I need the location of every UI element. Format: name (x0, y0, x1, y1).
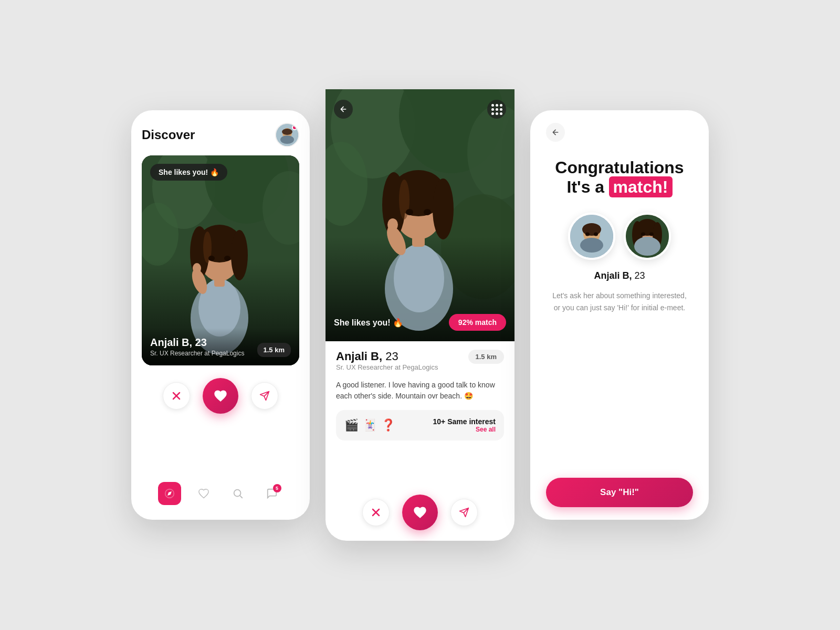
discover-topbar: Discover (142, 123, 299, 147)
back-button[interactable] (334, 100, 353, 119)
she-likes-text: She likes you! 🔥 (159, 168, 219, 176)
distance-badge-2: 1.5 km (468, 350, 504, 364)
heart-icon-2 (413, 505, 427, 520)
match-badge: 92% match (449, 314, 506, 331)
match-word: match! (609, 176, 673, 197)
interests-right: 10+ Same interest See all (433, 417, 496, 433)
profile-detail-content: Anjali B, 23 Sr. UX Researcher at PegaLo… (326, 341, 514, 489)
svg-point-40 (433, 178, 454, 239)
profile-name-section: Anjali B, 23 Sr. UX Researcher at PegaLo… (336, 350, 438, 377)
nav-compass[interactable] (158, 482, 181, 505)
say-hi-button[interactable]: Say "Hi!" (546, 478, 693, 507)
card-info-overlay: Anjali B, 23 Sr. UX Researcher at PegaLo… (142, 328, 299, 365)
grid-icon (491, 104, 502, 115)
back-arrow-icon-3 (551, 128, 560, 136)
send-button[interactable] (251, 382, 278, 410)
send-icon-2 (459, 507, 469, 518)
svg-point-53 (594, 233, 598, 236)
action-buttons (142, 378, 299, 414)
nav-search[interactable] (226, 482, 249, 505)
match-avatars (546, 213, 693, 260)
profile-photo-large (326, 89, 514, 341)
svg-point-42 (406, 209, 413, 215)
nav-heart[interactable] (192, 482, 215, 505)
interest-icon-3: ❓ (381, 418, 395, 432)
interest-icon-1: 🎬 (344, 418, 359, 432)
interests-icons: 🎬 🃏 ❓ (344, 418, 395, 432)
like-button[interactable] (203, 378, 238, 414)
profile-job-2: Sr. UX Researcher at PegaLogics (336, 363, 438, 371)
she-likes-badge: She likes you! 🔥 (150, 164, 227, 181)
like-button-2[interactable] (402, 495, 438, 530)
heart-nav-icon (198, 488, 209, 499)
chat-badge: 5 (273, 484, 281, 492)
nav-chat[interactable]: 5 (260, 482, 284, 505)
notification-dot (292, 125, 297, 130)
profile-detail-header: Anjali B, 23 Sr. UX Researcher at PegaLo… (336, 350, 504, 377)
match-person-name: Anjali B, 23 (546, 270, 693, 281)
svg-point-19 (224, 256, 230, 261)
see-all-link[interactable]: See all (433, 426, 496, 433)
user-avatar[interactable] (275, 123, 299, 147)
svg-point-51 (580, 238, 603, 253)
svg-point-16 (231, 230, 248, 280)
back-button-3[interactable] (546, 123, 565, 142)
interests-count: 10+ Same interest (433, 417, 496, 426)
svg-point-52 (585, 233, 590, 236)
phone2-action-buttons (326, 489, 514, 530)
dislike-button[interactable] (163, 382, 190, 410)
heart-icon (213, 388, 228, 403)
svg-point-2 (282, 129, 292, 135)
her-avatar-image (626, 215, 669, 258)
svg-point-3 (280, 135, 294, 144)
svg-line-26 (240, 496, 242, 498)
she-likes-text-2: She likes you! 🔥 (334, 318, 403, 328)
search-icon (232, 488, 244, 499)
distance-badge: 1.5 km (257, 343, 291, 357)
grid-button[interactable] (487, 100, 506, 119)
svg-point-18 (208, 256, 215, 261)
send-icon (259, 391, 270, 401)
him-avatar-image (570, 215, 613, 258)
bottom-nav: 5 (142, 476, 299, 511)
match-avatar-her (624, 213, 671, 260)
match-avatar-him (568, 213, 615, 260)
dislike-button-2[interactable] (362, 499, 390, 526)
svg-point-50 (582, 223, 601, 236)
profile-name-large: Anjali B, 23 (336, 350, 438, 363)
phone-detail: She likes you! 🔥 92% match (326, 89, 514, 541)
send-button-2[interactable] (450, 499, 478, 526)
its-a-text: It's a (567, 177, 605, 196)
profile-info: Anjali B, 23 Sr. UX Researcher at PegaLo… (150, 337, 244, 357)
profile-photo-large-svg (326, 89, 514, 341)
profile-card-large: She likes you! 🔥 92% match (326, 89, 514, 341)
discover-title: Discover (142, 128, 195, 142)
profile-bio: A good listener. I love having a good ta… (336, 380, 504, 402)
match-congrats: Congratulations It's a match! (546, 158, 693, 197)
svg-point-21 (193, 263, 201, 274)
compass-icon (164, 488, 175, 499)
x-icon-2 (371, 507, 381, 518)
phone-discover: Discover (131, 110, 310, 520)
congrats-title: Congratulations (546, 158, 693, 177)
svg-point-60 (641, 233, 645, 236)
phone-match: Congratulations It's a match! (530, 110, 709, 520)
svg-point-61 (649, 233, 654, 236)
she-likes-bottom: She likes you! 🔥 92% match (334, 314, 506, 331)
profile-card: She likes you! 🔥 Anjali B, 23 Sr. UX Res… (142, 155, 299, 365)
svg-point-43 (424, 209, 431, 215)
interest-icon-2: 🃏 (363, 418, 377, 432)
svg-point-59 (634, 237, 660, 256)
profile-job: Sr. UX Researcher at PegaLogics (150, 350, 244, 357)
back-arrow-icon (339, 105, 348, 113)
its-a-match-line: It's a match! (546, 177, 693, 197)
profile-name: Anjali B, 23 (150, 337, 244, 349)
x-icon (171, 391, 182, 401)
interests-card: 🎬 🃏 ❓ 10+ Same interest See all (336, 410, 504, 440)
match-description: Let's ask her about something interested… (546, 290, 693, 313)
svg-point-45 (387, 218, 398, 231)
